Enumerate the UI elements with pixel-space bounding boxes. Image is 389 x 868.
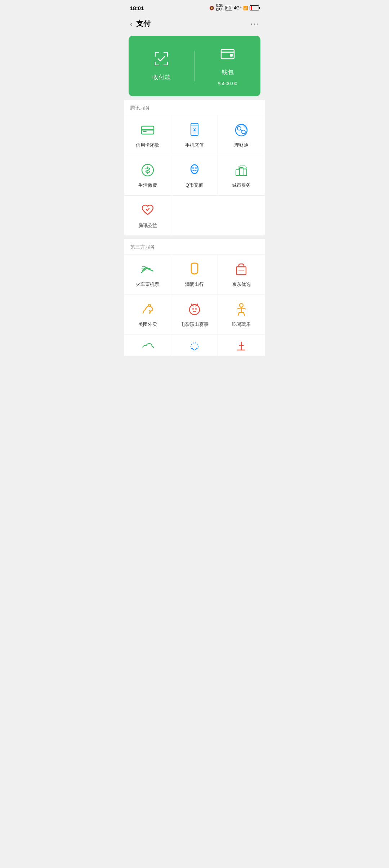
network-speed: 0.30KB/s [216, 4, 223, 12]
food-fun-icon [233, 301, 250, 318]
third-party-title: 第三方服务 [124, 239, 265, 254]
svg-point-34 [240, 304, 243, 307]
header-left: ‹ 支付 [130, 19, 151, 28]
food-fun-label: 吃喝玩乐 [232, 321, 251, 328]
svg-rect-12 [142, 129, 154, 130]
grid-item-life-bill[interactable]: 生活缴费 [124, 155, 171, 195]
svg-point-32 [192, 308, 194, 310]
wallet-amount: ¥5500.00 [218, 81, 237, 86]
svg-rect-18 [193, 135, 196, 136]
grid-item-wealth[interactable]: 理财通 [218, 115, 265, 155]
credit-card-label: 信用卡还款 [136, 142, 159, 149]
city-label: 城市服务 [232, 182, 251, 189]
grid-item-city[interactable]: 城市服务 [218, 155, 265, 195]
svg-rect-10 [230, 54, 233, 57]
svg-rect-28 [243, 169, 247, 176]
tencent-services-section: 腾讯服务 信用卡还款 ¥ [124, 100, 265, 235]
wallet-label: 钱包 [222, 68, 234, 76]
life-bill-label: 生活缴费 [138, 182, 157, 189]
more2-icon [186, 338, 203, 355]
tencent-grid: 信用卡还款 ¥ 手机充值 [124, 115, 265, 195]
credit-card-icon [139, 122, 156, 138]
life-bill-icon [139, 162, 156, 178]
wallet-button[interactable]: 钱包 ¥5500.00 [195, 46, 261, 86]
movie-label: 电影演出赛事 [180, 321, 209, 328]
svg-line-36 [238, 313, 239, 315]
status-bar: 18:01 🔕 0.30KB/s HD 4G⁺ 📶 [124, 0, 265, 14]
phone-recharge-label: 手机充值 [185, 142, 204, 149]
third-party-grid: 火车票机票 滴滴出行 京东优选 [124, 254, 265, 356]
grid-item-jd[interactable]: 京东优选 [218, 254, 265, 294]
city-icon [233, 162, 250, 178]
svg-rect-3 [167, 52, 168, 57]
wealth-icon [233, 122, 250, 138]
qr-scan-icon [153, 51, 169, 69]
svg-rect-1 [155, 52, 156, 57]
grid-item-didi[interactable]: 滴滴出行 [171, 254, 218, 294]
grid-item-train-ticket[interactable]: 火车票机票 [124, 254, 171, 294]
status-time: 18:01 [130, 5, 144, 11]
svg-point-31 [189, 305, 200, 315]
battery-icon [250, 5, 259, 10]
svg-point-30 [148, 304, 151, 306]
phone-recharge-icon: ¥ [186, 122, 203, 138]
jd-icon [233, 261, 250, 278]
grid-item-food-fun[interactable]: 吃喝玩乐 [218, 294, 265, 335]
tencent-section-title: 腾讯服务 [124, 100, 265, 115]
status-icons: 🔕 0.30KB/s HD 4G⁺ 📶 [209, 4, 259, 12]
grid-item-meituan[interactable]: 美团外卖 [124, 294, 171, 335]
more1-icon [139, 338, 156, 355]
svg-point-24 [192, 167, 194, 169]
signal-icon: 4G⁺ [234, 5, 242, 10]
more3-icon [233, 338, 250, 355]
meituan-label: 美团外卖 [138, 321, 157, 328]
svg-line-37 [243, 313, 245, 315]
svg-point-38 [191, 343, 198, 350]
movie-icon [186, 301, 203, 318]
svg-rect-13 [143, 131, 147, 132]
receive-payment-button[interactable]: 收付款 [129, 51, 195, 81]
third-party-section: 第三方服务 火车票机票 [124, 239, 265, 356]
didi-icon [186, 261, 203, 278]
svg-rect-7 [167, 62, 168, 65]
meituan-icon [139, 301, 156, 318]
header: ‹ 支付 ··· [124, 14, 265, 33]
svg-rect-29 [237, 267, 246, 275]
wealth-label: 理财通 [234, 142, 249, 149]
grid-item-more1[interactable] [124, 335, 171, 356]
back-button[interactable]: ‹ [130, 19, 133, 28]
svg-rect-26 [236, 170, 240, 176]
svg-rect-5 [155, 62, 156, 65]
svg-rect-9 [221, 52, 234, 53]
grid-item-credit-card[interactable]: 信用卡还款 [124, 115, 171, 155]
jd-label: 京东优选 [232, 281, 251, 288]
green-payment-card: 收付款 钱包 ¥5500.00 [129, 36, 260, 96]
charity-icon [139, 202, 156, 219]
tencent-single-row: 腾讯公益 [124, 195, 265, 235]
grid-item-more3[interactable] [218, 335, 265, 356]
svg-point-23 [191, 165, 198, 173]
charity-label: 腾讯公益 [138, 222, 157, 229]
wallet-icon [220, 46, 236, 64]
qcoin-icon [186, 162, 203, 178]
svg-rect-27 [240, 168, 243, 176]
train-ticket-icon [139, 261, 156, 278]
grid-item-charity[interactable]: 腾讯公益 [124, 196, 171, 235]
hd-icon: HD [225, 6, 232, 10]
svg-point-33 [195, 308, 197, 310]
page-title: 支付 [136, 19, 151, 28]
mute-icon: 🔕 [209, 6, 214, 10]
grid-item-qcoin[interactable]: Q币充值 [171, 155, 218, 195]
signal-bars: 📶 [243, 6, 248, 10]
more-button[interactable]: ··· [250, 19, 259, 28]
grid-item-more2[interactable] [171, 335, 218, 356]
receive-payment-label: 收付款 [152, 73, 171, 81]
grid-item-movie[interactable]: 电影演出赛事 [171, 294, 218, 335]
svg-point-25 [195, 167, 197, 169]
train-ticket-label: 火车票机票 [136, 281, 159, 288]
didi-label: 滴滴出行 [185, 281, 204, 288]
grid-item-phone-recharge[interactable]: ¥ 手机充值 [171, 115, 218, 155]
qcoin-label: Q币充值 [185, 182, 203, 189]
svg-text:¥: ¥ [193, 127, 196, 132]
svg-rect-16 [191, 125, 198, 125]
